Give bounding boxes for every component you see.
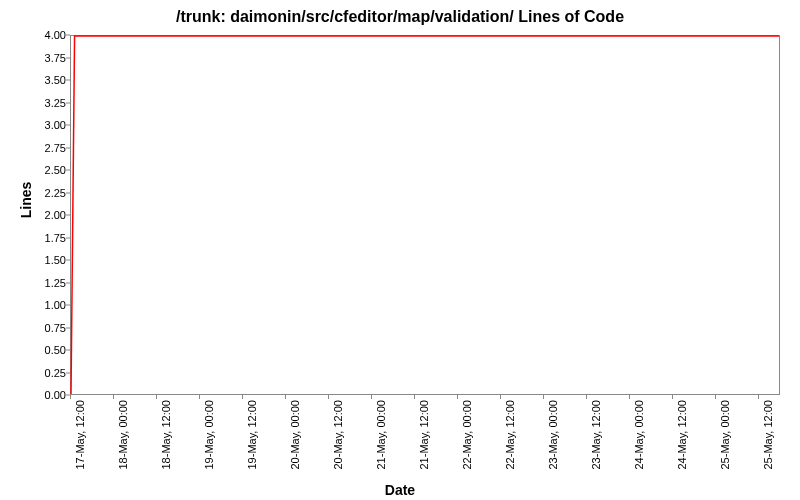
y-tick-mark [66, 192, 70, 193]
y-tick-label: 0.00 [26, 389, 66, 401]
y-tick-mark [66, 147, 70, 148]
x-tick-label: 22-May, 12:00 [504, 400, 516, 470]
chart-title: /trunk: daimonin/src/cfeditor/map/valida… [0, 8, 800, 26]
x-tick-label: 22-May, 00:00 [461, 400, 473, 470]
x-tick-label: 18-May, 00:00 [117, 400, 129, 470]
y-tick-label: 3.25 [26, 97, 66, 109]
y-tick-label: 1.50 [26, 254, 66, 266]
x-tick-label: 25-May, 12:00 [762, 400, 774, 470]
x-tick-label: 20-May, 00:00 [289, 400, 301, 470]
x-tick-mark [457, 395, 458, 399]
x-tick-label: 17-May, 12:00 [74, 400, 86, 470]
y-tick-mark [66, 80, 70, 81]
y-tick-label: 3.50 [26, 74, 66, 86]
y-tick-label: 1.00 [26, 299, 66, 311]
y-tick-mark [66, 125, 70, 126]
y-tick-mark [66, 350, 70, 351]
x-tick-label: 24-May, 12:00 [676, 400, 688, 470]
y-tick-label: 0.50 [26, 344, 66, 356]
x-tick-mark [199, 395, 200, 399]
x-tick-mark [414, 395, 415, 399]
y-tick-label: 0.25 [26, 367, 66, 379]
y-tick-mark [66, 237, 70, 238]
y-tick-label: 3.00 [26, 119, 66, 131]
x-tick-mark [242, 395, 243, 399]
x-tick-mark [156, 395, 157, 399]
y-tick-mark [66, 102, 70, 103]
x-tick-mark [543, 395, 544, 399]
chart-container: /trunk: daimonin/src/cfeditor/map/valida… [0, 0, 800, 500]
y-tick-label: 1.25 [26, 277, 66, 289]
x-tick-label: 23-May, 00:00 [547, 400, 559, 470]
x-tick-mark [70, 395, 71, 399]
y-tick-label: 4.00 [26, 29, 66, 41]
y-tick-mark [66, 282, 70, 283]
x-tick-label: 24-May, 00:00 [633, 400, 645, 470]
x-tick-mark [629, 395, 630, 399]
x-tick-mark [672, 395, 673, 399]
y-tick-label: 3.75 [26, 52, 66, 64]
y-tick-mark [66, 35, 70, 36]
data-series-line [71, 36, 779, 394]
x-tick-label: 19-May, 12:00 [246, 400, 258, 470]
y-tick-mark [66, 305, 70, 306]
plot-area [70, 35, 780, 395]
y-tick-mark [66, 260, 70, 261]
y-tick-label: 2.75 [26, 142, 66, 154]
x-tick-mark [586, 395, 587, 399]
x-axis-label: Date [0, 482, 800, 498]
x-tick-label: 20-May, 12:00 [332, 400, 344, 470]
x-tick-label: 19-May, 00:00 [203, 400, 215, 470]
x-tick-label: 23-May, 12:00 [590, 400, 602, 470]
x-tick-mark [113, 395, 114, 399]
y-tick-mark [66, 170, 70, 171]
y-tick-label: 0.75 [26, 322, 66, 334]
x-tick-mark [328, 395, 329, 399]
y-tick-mark [66, 372, 70, 373]
x-tick-mark [285, 395, 286, 399]
x-tick-mark [715, 395, 716, 399]
y-tick-label: 2.00 [26, 209, 66, 221]
x-tick-mark [500, 395, 501, 399]
y-tick-label: 2.50 [26, 164, 66, 176]
x-tick-label: 21-May, 12:00 [418, 400, 430, 470]
x-tick-mark [758, 395, 759, 399]
y-tick-mark [66, 327, 70, 328]
x-tick-mark [371, 395, 372, 399]
y-tick-label: 1.75 [26, 232, 66, 244]
x-tick-label: 18-May, 12:00 [160, 400, 172, 470]
y-tick-mark [66, 57, 70, 58]
x-tick-label: 25-May, 00:00 [719, 400, 731, 470]
y-tick-mark [66, 215, 70, 216]
y-tick-label: 2.25 [26, 187, 66, 199]
x-tick-label: 21-May, 00:00 [375, 400, 387, 470]
